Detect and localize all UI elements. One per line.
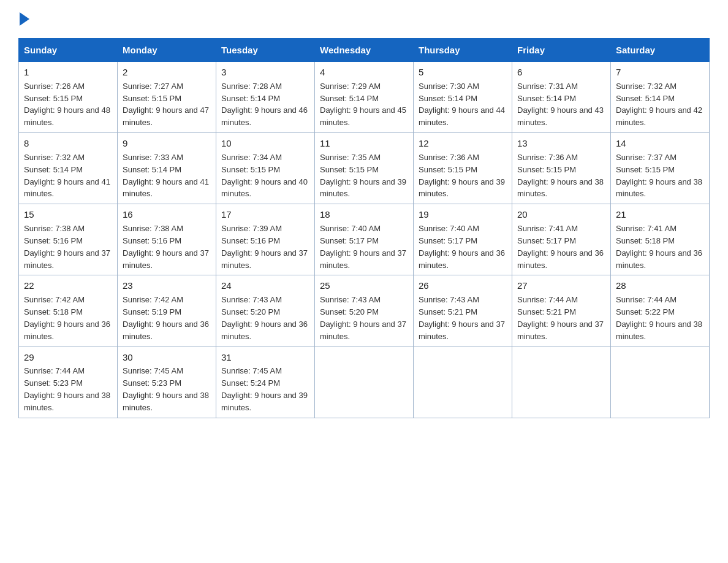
calendar-cell: 29Sunrise: 7:44 AMSunset: 5:23 PMDayligh… [19,347,118,418]
calendar-cell: 1Sunrise: 7:26 AMSunset: 5:15 PMDaylight… [19,62,118,133]
column-header-tuesday: Tuesday [216,39,315,62]
sunrise-info: Sunrise: 7:41 AM [517,224,578,233]
daylight-info: Daylight: 9 hours and 44 minutes. [419,105,505,127]
day-number: 5 [419,66,507,79]
daylight-info: Daylight: 9 hours and 46 minutes. [221,105,308,127]
daylight-info: Daylight: 9 hours and 47 minutes. [123,105,209,127]
day-number: 29 [24,351,112,364]
day-number: 14 [616,137,704,150]
day-number: 6 [517,66,605,79]
sunset-info: Sunset: 5:17 PM [320,236,379,245]
sunrise-info: Sunrise: 7:33 AM [123,153,183,162]
sunrise-info: Sunrise: 7:27 AM [123,82,183,91]
daylight-info: Daylight: 9 hours and 36 minutes. [517,248,604,270]
day-number: 16 [123,208,211,221]
sunset-info: Sunset: 5:23 PM [123,378,181,388]
calendar-cell: 2Sunrise: 7:27 AMSunset: 5:15 PMDaylight… [118,62,216,133]
day-number: 1 [24,66,112,79]
sunrise-info: Sunrise: 7:37 AM [616,153,677,162]
sunrise-info: Sunrise: 7:36 AM [419,153,479,162]
sunset-info: Sunset: 5:20 PM [221,307,280,316]
daylight-info: Daylight: 9 hours and 38 minutes. [123,391,209,412]
sunrise-info: Sunrise: 7:42 AM [24,295,85,304]
calendar-cell: 8Sunrise: 7:32 AMSunset: 5:14 PMDaylight… [19,133,118,204]
calendar-cell: 31Sunrise: 7:45 AMSunset: 5:24 PMDayligh… [216,347,315,418]
calendar-week-row: 22Sunrise: 7:42 AMSunset: 5:18 PMDayligh… [19,275,710,347]
day-number: 13 [517,137,605,150]
calendar-cell: 21Sunrise: 7:41 AMSunset: 5:18 PMDayligh… [611,204,710,275]
calendar-cell: 16Sunrise: 7:38 AMSunset: 5:16 PMDayligh… [118,204,216,275]
day-number: 30 [123,351,211,364]
day-number: 10 [221,137,309,150]
daylight-info: Daylight: 9 hours and 39 minutes. [320,177,406,199]
sunrise-info: Sunrise: 7:38 AM [123,224,183,233]
calendar-cell: 19Sunrise: 7:40 AMSunset: 5:17 PMDayligh… [414,204,512,275]
calendar-cell: 5Sunrise: 7:30 AMSunset: 5:14 PMDaylight… [414,62,512,133]
sunset-info: Sunset: 5:14 PM [419,94,477,103]
calendar-cell: 17Sunrise: 7:39 AMSunset: 5:16 PMDayligh… [216,204,315,275]
sunrise-info: Sunrise: 7:35 AM [320,153,381,162]
sunrise-info: Sunrise: 7:41 AM [616,224,677,233]
daylight-info: Daylight: 9 hours and 37 minutes. [320,248,406,270]
daylight-info: Daylight: 9 hours and 37 minutes. [320,320,406,341]
sunrise-info: Sunrise: 7:45 AM [123,366,183,375]
sunset-info: Sunset: 5:16 PM [221,236,280,245]
column-header-monday: Monday [118,39,216,62]
sunrise-info: Sunrise: 7:28 AM [221,82,282,91]
page-header [18,12,710,26]
calendar-cell: 3Sunrise: 7:28 AMSunset: 5:14 PMDaylight… [216,62,315,133]
calendar-header-row: SundayMondayTuesdayWednesdayThursdayFrid… [19,39,710,62]
sunset-info: Sunset: 5:15 PM [24,94,83,103]
sunrise-info: Sunrise: 7:44 AM [24,366,85,375]
sunset-info: Sunset: 5:19 PM [123,307,181,316]
calendar-week-row: 8Sunrise: 7:32 AMSunset: 5:14 PMDaylight… [19,133,710,204]
day-number: 11 [320,137,408,150]
daylight-info: Daylight: 9 hours and 43 minutes. [517,105,604,127]
calendar-week-row: 29Sunrise: 7:44 AMSunset: 5:23 PMDayligh… [19,347,710,418]
column-header-sunday: Sunday [19,39,118,62]
sunrise-info: Sunrise: 7:44 AM [616,295,677,304]
sunrise-info: Sunrise: 7:38 AM [24,224,85,233]
daylight-info: Daylight: 9 hours and 36 minutes. [616,248,702,270]
calendar-cell: 18Sunrise: 7:40 AMSunset: 5:17 PMDayligh… [315,204,414,275]
sunrise-info: Sunrise: 7:30 AM [419,82,479,91]
daylight-info: Daylight: 9 hours and 41 minutes. [24,177,110,199]
calendar-cell [611,347,710,418]
daylight-info: Daylight: 9 hours and 41 minutes. [123,177,209,199]
sunset-info: Sunset: 5:21 PM [517,307,576,316]
sunset-info: Sunset: 5:14 PM [123,165,181,174]
calendar-cell: 22Sunrise: 7:42 AMSunset: 5:18 PMDayligh… [19,275,118,347]
calendar-cell [315,347,414,418]
column-header-saturday: Saturday [611,39,710,62]
sunset-info: Sunset: 5:14 PM [221,94,280,103]
day-number: 7 [616,66,704,79]
sunrise-info: Sunrise: 7:26 AM [24,82,85,91]
daylight-info: Daylight: 9 hours and 37 minutes. [24,248,110,270]
daylight-info: Daylight: 9 hours and 36 minutes. [419,248,505,270]
sunset-info: Sunset: 5:20 PM [320,307,379,316]
calendar-cell: 14Sunrise: 7:37 AMSunset: 5:15 PMDayligh… [611,133,710,204]
sunrise-info: Sunrise: 7:44 AM [517,295,578,304]
day-number: 2 [123,66,211,79]
sunset-info: Sunset: 5:16 PM [123,236,181,245]
daylight-info: Daylight: 9 hours and 36 minutes. [221,320,308,341]
day-number: 12 [419,137,507,150]
day-number: 24 [221,279,309,293]
day-number: 17 [221,208,309,221]
calendar-cell: 12Sunrise: 7:36 AMSunset: 5:15 PMDayligh… [414,133,512,204]
daylight-info: Daylight: 9 hours and 39 minutes. [419,177,505,199]
calendar-week-row: 1Sunrise: 7:26 AMSunset: 5:15 PMDaylight… [19,62,710,133]
sunrise-info: Sunrise: 7:40 AM [320,224,381,233]
sunset-info: Sunset: 5:17 PM [517,236,576,245]
day-number: 3 [221,66,309,79]
calendar-cell: 4Sunrise: 7:29 AMSunset: 5:14 PMDaylight… [315,62,414,133]
calendar-cell: 30Sunrise: 7:45 AMSunset: 5:23 PMDayligh… [118,347,216,418]
sunrise-info: Sunrise: 7:34 AM [221,153,282,162]
sunset-info: Sunset: 5:14 PM [320,94,379,103]
daylight-info: Daylight: 9 hours and 40 minutes. [221,177,308,199]
sunrise-info: Sunrise: 7:43 AM [320,295,381,304]
logo [18,12,29,26]
daylight-info: Daylight: 9 hours and 42 minutes. [616,105,702,127]
column-header-friday: Friday [512,39,611,62]
sunset-info: Sunset: 5:18 PM [616,236,675,245]
